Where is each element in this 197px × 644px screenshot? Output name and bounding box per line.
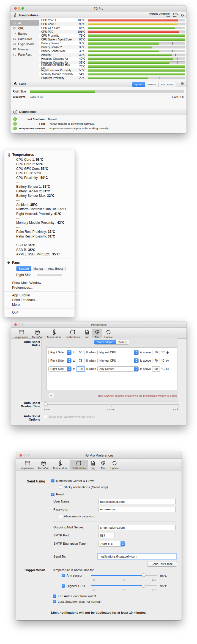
- close-button[interactable]: [14, 323, 17, 326]
- toolbar-tab-log[interactable]: Log: [82, 329, 92, 339]
- segment-system[interactable]: System: [132, 82, 146, 87]
- toolbar-tab-update[interactable]: Update: [102, 329, 115, 339]
- slider-knob[interactable]: [142, 584, 145, 587]
- menu-item-send-feedback[interactable]: Send Feedback...: [4, 298, 75, 302]
- menu-item-app-tutorial[interactable]: App Tutorial: [4, 293, 75, 298]
- last-shutdown-checkbox-row[interactable]: ✓ Last shutdown was not normal: [53, 600, 100, 603]
- main-titlebar[interactable]: TG Pro: [10, 6, 187, 11]
- sensor-row[interactable]: CPU Core 299°C: [39, 22, 187, 26]
- toolbar-tab-temperature[interactable]: Temperature: [45, 329, 63, 339]
- menu-temp-item[interactable]: Battery Sensor Max: 32°C: [4, 193, 75, 198]
- sticky-notifications-checkbox-row[interactable]: Sticky notifications (Growl only): [59, 485, 108, 489]
- checkbox-checked[interactable]: ✓: [53, 600, 56, 603]
- sensor-row[interactable]: CPU System Agent Core86°C: [39, 37, 187, 41]
- zoom-button[interactable]: [27, 454, 30, 457]
- rule-percent-field[interactable]: 100: [77, 366, 84, 372]
- trigger-checkbox-row[interactable]: ✓Any sensor: [62, 574, 83, 577]
- sidebar-item-all[interactable]: All: [10, 20, 39, 26]
- rule-percent-field[interactable]: 50: [77, 350, 84, 355]
- rule-temp-field[interactable]: 70: [152, 358, 160, 363]
- sensor-row[interactable]: Battery Sensor Max33°C: [39, 49, 187, 53]
- fan-prefs-titlebar[interactable]: Preferences: [11, 321, 187, 328]
- segment-battery[interactable]: Battery: [116, 340, 129, 344]
- close-button[interactable]: [20, 454, 22, 457]
- sidebar-item-battery[interactable]: Battery: [10, 31, 39, 36]
- toolbar-tab-notifications[interactable]: Notifications: [70, 460, 88, 470]
- menu-temp-item[interactable]: Palm Rest Proximity: 31°C: [4, 234, 75, 239]
- menu-temp-item[interactable]: CPU GFX Core: 55°C: [4, 167, 75, 171]
- sidebar-item-logic-board[interactable]: Logic Board: [10, 41, 39, 47]
- toolbar-tab-menubar[interactable]: MenuBar: [30, 329, 45, 339]
- minimize-button[interactable]: [23, 454, 26, 457]
- sensor-row[interactable]: CPU Proximity71°C: [39, 34, 187, 37]
- sensor-row[interactable]: Platform Controller Hub Die76°C: [39, 64, 187, 68]
- menu-temp-item[interactable]: CPU Core 2: 58°C: [4, 162, 75, 166]
- toolbar-tab-fan[interactable]: Fan: [98, 460, 108, 470]
- send-to-field[interactable]: notifications@tunabelly.com: [98, 554, 176, 559]
- menu-temp-item[interactable]: Ambient: 35°C: [4, 203, 75, 207]
- menu-item-preferences[interactable]: Preferences...: [4, 285, 75, 290]
- sensor-row[interactable]: CPU GFX Core83°C: [39, 26, 187, 30]
- menu-temp-item[interactable]: SSD B: 35°C: [4, 248, 75, 252]
- sensor-row[interactable]: CPU Core 1100°C: [39, 18, 187, 22]
- checkbox-checked[interactable]: ✓: [62, 584, 65, 588]
- menu-temp-item[interactable]: Battery Sensor 1: 32°C: [4, 184, 75, 189]
- checkbox-unchecked-disabled[interactable]: [44, 415, 47, 418]
- sensor-row[interactable]: Battery Sensor 230°C: [39, 45, 187, 49]
- sidebar-item-cpu[interactable]: CPU: [10, 26, 39, 31]
- toolbar-tab-application[interactable]: Application: [19, 460, 36, 470]
- rule-temp-field[interactable]: 90: [152, 366, 160, 372]
- menu-temp-item[interactable]: Battery Sensor 2: 31°C: [4, 189, 75, 193]
- segment-power-adapter[interactable]: Power Adapter: [94, 340, 116, 344]
- menu-temp-item[interactable]: CPU Proximity : 50°C: [4, 176, 75, 180]
- menu-item-more[interactable]: More: [4, 302, 75, 307]
- notification-center-checkbox-row[interactable]: ✓ Notification Center & Growl: [51, 479, 94, 482]
- rule-fan-popup[interactable]: Right Side: [48, 366, 72, 372]
- sidebar-item-palm-rest[interactable]: Palm Rest: [10, 52, 39, 57]
- segment-manual[interactable]: Manual: [145, 82, 158, 87]
- remove-rule-icon[interactable]: ⊗: [166, 351, 169, 354]
- toolbar-tab-fan[interactable]: Fan: [92, 329, 102, 339]
- slider-knob[interactable]: [142, 573, 145, 577]
- rule-sensor-popup[interactable]: Highest CPU: [97, 358, 139, 363]
- fan-auto-boost-checkbox-row[interactable]: ✓ Fan Auto Boost turns on/off: [53, 594, 96, 598]
- sensor-row[interactable]: Ambient39°C: [39, 53, 187, 57]
- zoom-button[interactable]: [21, 323, 24, 326]
- gradual-time-slider[interactable]: [44, 402, 179, 406]
- rule-fan-popup[interactable]: Right Side: [48, 358, 72, 363]
- menu-temp-item[interactable]: Platform Controller Hub Die: 55°C: [4, 207, 75, 211]
- rule-temp-field[interactable]: 50: [152, 350, 160, 355]
- checkbox-checked[interactable]: ✓: [51, 479, 54, 482]
- trigger-checkbox-row[interactable]: ✓Highest CPU: [62, 584, 85, 588]
- rule-sensor-popup[interactable]: Highest CPU: [97, 350, 139, 355]
- zoom-button[interactable]: [21, 7, 24, 10]
- temperatures-gear-icon[interactable]: ⚙: [180, 13, 184, 17]
- sidebar-item-hard-drive[interactable]: Hard Drive: [10, 36, 39, 41]
- menu-temp-item[interactable]: Palm Rest Proximity: 31°C: [4, 230, 75, 234]
- sensor-row[interactable]: Heatpipe Outgoing Air40°C: [39, 57, 187, 61]
- rule-fan-popup[interactable]: Right Side: [48, 350, 72, 355]
- trigger-slider[interactable]: [91, 584, 157, 588]
- email-checkbox-row[interactable]: ✓ Email: [51, 493, 64, 496]
- checkbox-checked[interactable]: ✓: [62, 574, 65, 577]
- sensor-row[interactable]: Memory Module Proximity54°C: [39, 72, 187, 76]
- notif-prefs-titlebar[interactable]: TG Pro Preferences: [16, 452, 182, 459]
- segment-auto-boost[interactable]: Auto Boost: [46, 266, 65, 271]
- segment-system[interactable]: System: [17, 266, 31, 271]
- menu-temp-item[interactable]: APPLE SSD SM0512G: 35°C: [4, 252, 75, 256]
- checkbox-unchecked[interactable]: [59, 515, 62, 518]
- show-main-window-option[interactable]: Show main window when turning on: [44, 415, 95, 418]
- sensor-row[interactable]: Palmrest Proximity29°C: [39, 76, 187, 80]
- sensor-row[interactable]: Battery Sensor 133°C: [39, 41, 187, 45]
- user-name-field[interactable]: tgpro@icloud.com: [98, 499, 176, 504]
- sensor-row[interactable]: Right Heatsink Proximity50°C: [39, 68, 187, 72]
- mail-server-field[interactable]: smtp.mail.me.com: [98, 525, 176, 530]
- smtp-port-field[interactable]: 587: [98, 533, 114, 538]
- minimize-button[interactable]: [18, 323, 20, 326]
- slider-knob[interactable]: [44, 402, 48, 406]
- menu-item-quit[interactable]: Quit: [4, 310, 75, 315]
- toolbar-tab-update[interactable]: Update: [108, 460, 121, 470]
- checkbox-checked[interactable]: ✓: [51, 493, 54, 496]
- rule-percent-field[interactable]: 75: [77, 358, 84, 363]
- allow-empty-password-checkbox-row[interactable]: Allow empty password: [59, 515, 95, 518]
